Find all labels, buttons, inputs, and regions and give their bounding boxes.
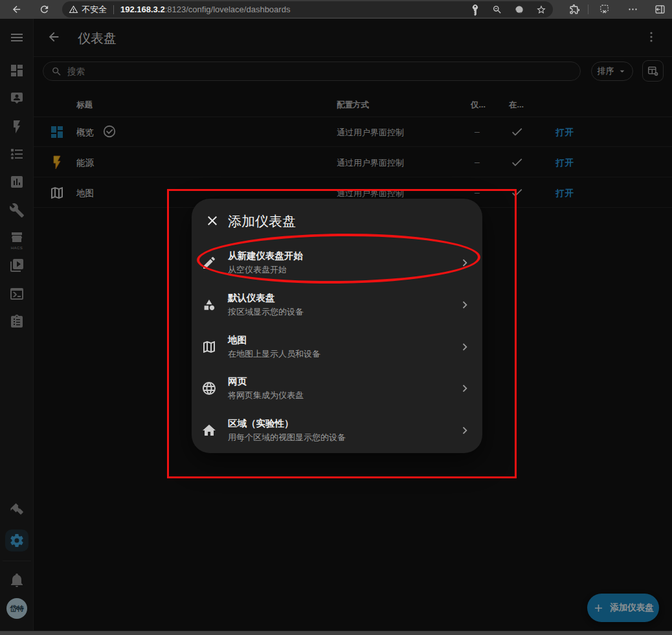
web-capture-icon[interactable]	[597, 2, 611, 16]
edge-logo-icon[interactable]	[514, 5, 524, 15]
browser-refresh-icon[interactable]	[37, 2, 51, 16]
browser-toolbar: 不安全 192.168.3.2:8123/config/lovelace/das…	[0, 0, 672, 19]
divider	[588, 5, 588, 14]
favorite-star-icon[interactable]	[536, 5, 546, 15]
insecure-warning-icon	[69, 5, 78, 14]
annotation-rectangle	[167, 189, 517, 478]
address-bar[interactable]: 不安全 192.168.3.2:8123/config/lovelace/das…	[62, 1, 553, 17]
security-label[interactable]: 不安全	[82, 4, 107, 16]
url-text[interactable]: 192.168.3.2:8123/config/lovelace/dashboa…	[120, 5, 290, 14]
more-menu-icon[interactable]	[625, 2, 640, 16]
browser-back-icon[interactable]	[9, 2, 23, 16]
screen: 不安全 192.168.3.2:8123/config/lovelace/das…	[0, 0, 672, 635]
sidebar-panel-icon[interactable]	[653, 2, 667, 16]
taskbar-edge	[0, 630, 672, 635]
divider	[113, 5, 114, 14]
app-window: 仪表盘 排序 标题 配置方式 仅... 在...	[0, 19, 672, 635]
zoom-out-icon[interactable]	[492, 5, 502, 15]
password-key-icon[interactable]	[468, 2, 483, 17]
extensions-icon[interactable]	[567, 2, 581, 16]
